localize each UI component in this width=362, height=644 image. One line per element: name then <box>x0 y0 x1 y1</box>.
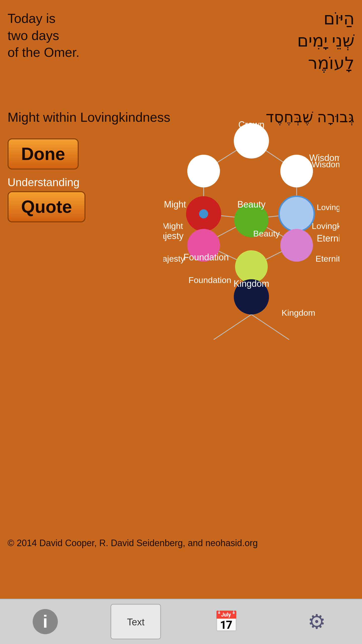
tree-of-life: Crown Wisdom Lovingkindness Might Beauty <box>163 121 339 347</box>
hebrew-line1: הַיּוֹם <box>297 8 354 30</box>
lovingkindness-label: Lovingkindness <box>317 203 339 212</box>
understanding-label: Understanding <box>8 176 79 189</box>
wisdom-text: Wisdom <box>312 159 339 169</box>
majesty-text: Majesty <box>163 254 185 263</box>
main-content: Today is two days of the Omer. הַיּוֹם ש… <box>0 0 362 599</box>
foundation-text: Foundation <box>189 275 231 285</box>
kingdom-label: Kingdom <box>234 278 269 289</box>
might-label: Might <box>164 199 186 210</box>
app: Today is two days of the Omer. הַיּוֹם ש… <box>0 0 362 644</box>
might-dot <box>199 209 208 218</box>
subheader-left: Might within Lovingkindness <box>8 110 170 125</box>
header-left: Today is two days of the Omer. <box>8 10 79 61</box>
hebrew-line2: שְׁנֵי יָמִים <box>297 30 354 52</box>
svg-line-12 <box>251 314 289 340</box>
lovingkindness-node[interactable] <box>279 196 314 231</box>
beauty-text: Beauty <box>253 229 280 238</box>
tab-calendar[interactable]: 📅 <box>201 604 251 639</box>
calendar-icon: 📅 <box>214 610 239 633</box>
tree-svg: Crown Wisdom Lovingkindness Might Beauty <box>163 121 339 347</box>
eternity-node[interactable] <box>280 229 313 262</box>
majesty-label: Majesty <box>163 231 184 241</box>
today-line1: Today is <box>8 10 79 27</box>
gear-icon: ⚙ <box>308 610 326 633</box>
crown-text: Crown <box>238 121 264 130</box>
tab-text[interactable]: Text <box>111 604 161 639</box>
copyright: © 2014 David Cooper, R. David Seidenberg… <box>8 538 258 548</box>
today-line3: of the Omer. <box>8 44 79 61</box>
beauty-label: Beauty <box>237 199 265 210</box>
header-right: הַיּוֹם שְׁנֵי יָמִים לָעוֹמֶר <box>297 8 354 74</box>
tab-info[interactable]: i <box>20 604 70 639</box>
tab-text-label: Text <box>127 617 145 628</box>
tab-settings[interactable]: ⚙ <box>292 604 342 639</box>
info-icon: i <box>33 609 58 634</box>
eternity-label: Eternity <box>317 233 339 244</box>
foundation-label: Foundation <box>184 252 229 262</box>
eternity-text: Eternity <box>315 254 339 263</box>
wisdom-node[interactable] <box>280 155 313 187</box>
quote-button[interactable]: Quote <box>8 191 85 222</box>
tab-bar: i Text 📅 ⚙ <box>0 599 362 644</box>
might-text: Might <box>163 221 183 231</box>
svg-line-11 <box>214 314 251 340</box>
understanding-node[interactable] <box>187 155 220 187</box>
today-line2: two days <box>8 27 79 44</box>
lovingkindness-text: Lovingkindness <box>312 221 339 231</box>
done-button[interactable]: Done <box>8 138 79 170</box>
kingdom-text: Kingdom <box>282 308 315 317</box>
foundation-node[interactable] <box>235 250 268 283</box>
hebrew-line3: לָעוֹמֶר <box>297 52 354 74</box>
